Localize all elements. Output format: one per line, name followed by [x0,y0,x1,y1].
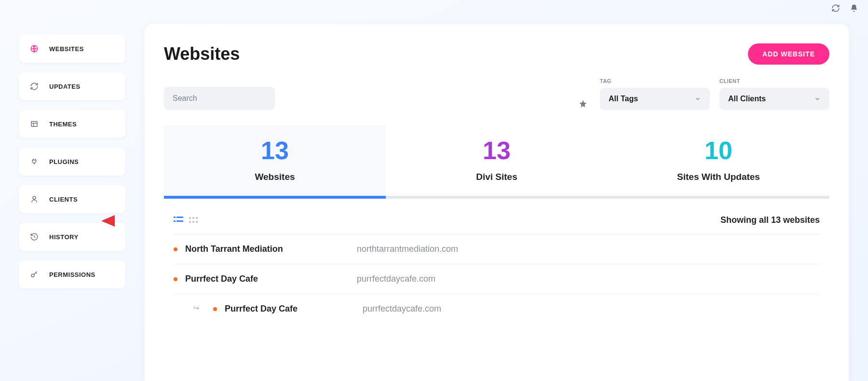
chevron-down-icon [814,95,821,102]
nav-label: WEBSITES [49,45,84,53]
site-url: purrfectdaycafe.com [357,274,435,284]
stat-divi-sites[interactable]: 13 Divi Sites [386,125,608,196]
star-icon[interactable] [579,99,587,110]
sidebar: WEBSITES UPDATES THEMES PLUGINS CLIENTS … [19,35,125,288]
status-dot [213,307,217,311]
nav-label: PERMISSIONS [49,271,95,278]
tag-select[interactable]: All Tags [600,88,710,110]
svg-rect-4 [174,217,176,218]
table-row[interactable]: Purrfect Day Cafe purrfectdaycafe.com [174,264,820,294]
status-dot [174,247,177,251]
client-select[interactable]: All Clients [719,88,829,110]
svg-rect-9 [192,217,194,219]
site-name: Purrfect Day Cafe [225,304,355,314]
site-name: Purrfect Day Cafe [185,274,349,284]
globe-icon [30,44,39,53]
search-input[interactable] [164,87,275,110]
user-icon [30,195,39,204]
history-icon [30,232,39,241]
nav-label: UPDATES [49,83,81,90]
svg-rect-7 [176,220,183,222]
svg-rect-10 [196,217,198,219]
status-dot [174,277,177,281]
page-title: Websites [164,44,240,64]
svg-rect-1 [31,122,37,127]
site-url: northtarrantmediation.com [357,244,458,254]
svg-point-2 [33,196,36,199]
bell-icon[interactable] [850,4,858,14]
stat-value: 13 [164,138,386,163]
table-row[interactable]: Purrfect Day Cafe purrfectdaycafe.com [174,294,820,324]
sidebar-item-plugins[interactable]: PLUGINS [19,148,125,176]
svg-rect-12 [192,221,194,223]
sidebar-item-clients[interactable]: CLIENTS [19,185,125,213]
showing-count: Showing all 13 websites [720,215,820,225]
chevron-down-icon [694,95,701,102]
svg-rect-8 [189,217,191,219]
client-filter-label: CLIENT [719,78,829,84]
stat-websites[interactable]: 13 Websites [164,125,386,196]
nav-label: CLIENTS [49,196,78,203]
stat-value: 10 [608,138,829,163]
stat-sites-updates[interactable]: 10 Sites With Updates [608,125,829,196]
sidebar-item-history[interactable]: HISTORY [19,223,125,251]
refresh-icon[interactable] [831,4,840,14]
stat-label: Sites With Updates [608,172,829,182]
table-row[interactable]: North Tarrant Mediation northtarrantmedi… [174,234,820,264]
sidebar-item-updates[interactable]: UPDATES [19,72,125,100]
stat-label: Websites [164,172,386,182]
tag-value: All Tags [609,95,638,103]
stat-value: 13 [386,138,608,163]
main-panel: Websites ADD WEBSITE TAG All Tags CLIENT… [145,24,849,381]
sidebar-item-themes[interactable]: THEMES [19,110,125,138]
site-name: North Tarrant Mediation [185,244,349,254]
grid-view-icon[interactable] [189,216,198,225]
list-view-icon[interactable] [174,216,183,225]
child-arrow-icon [193,304,201,314]
client-value: All Clients [728,95,766,103]
svg-rect-6 [174,220,176,222]
tag-filter-label: TAG [600,78,710,84]
site-url: purrfectdaycafe.com [363,304,441,314]
layout-icon [30,120,39,128]
stats-tabs: 13 Websites 13 Divi Sites 10 Sites With … [164,125,829,199]
plug-icon [30,157,39,166]
svg-rect-13 [196,221,198,223]
nav-label: PLUGINS [49,158,79,165]
refresh-icon [30,82,39,91]
sidebar-item-websites[interactable]: WEBSITES [19,35,125,63]
add-website-button[interactable]: ADD WEBSITE [748,43,829,65]
svg-rect-11 [189,221,191,223]
sidebar-item-permissions[interactable]: PERMISSIONS [19,260,125,288]
key-icon [30,270,39,279]
nav-label: THEMES [49,121,77,128]
svg-point-3 [31,274,34,277]
stat-label: Divi Sites [386,172,608,182]
active-tab-indicator [164,196,386,199]
nav-label: HISTORY [49,233,79,241]
svg-rect-5 [176,217,183,218]
